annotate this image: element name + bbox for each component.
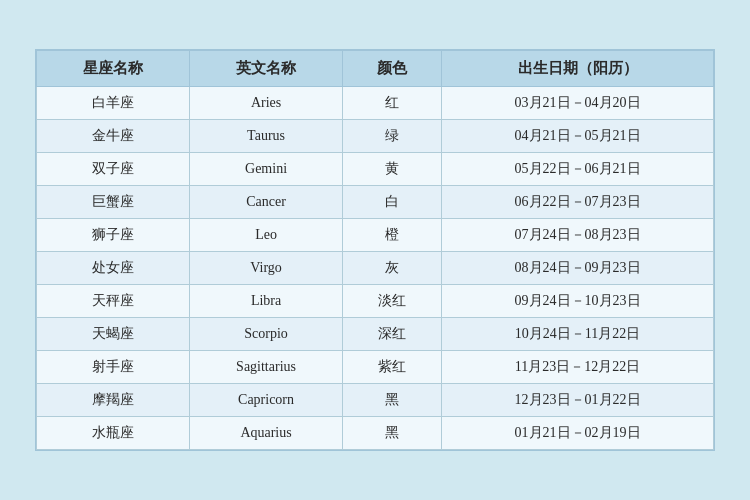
- cell-english-name: Aquarius: [190, 417, 343, 450]
- table-row: 金牛座Taurus绿04月21日－05月21日: [37, 120, 714, 153]
- cell-english-name: Libra: [190, 285, 343, 318]
- cell-chinese-name: 白羊座: [37, 87, 190, 120]
- cell-english-name: Taurus: [190, 120, 343, 153]
- table-row: 巨蟹座Cancer白06月22日－07月23日: [37, 186, 714, 219]
- cell-chinese-name: 天秤座: [37, 285, 190, 318]
- cell-chinese-name: 双子座: [37, 153, 190, 186]
- table-row: 天秤座Libra淡红09月24日－10月23日: [37, 285, 714, 318]
- cell-color: 橙: [343, 219, 442, 252]
- cell-dates: 09月24日－10月23日: [442, 285, 714, 318]
- cell-chinese-name: 金牛座: [37, 120, 190, 153]
- table-row: 狮子座Leo橙07月24日－08月23日: [37, 219, 714, 252]
- cell-english-name: Aries: [190, 87, 343, 120]
- cell-dates: 11月23日－12月22日: [442, 351, 714, 384]
- cell-dates: 08月24日－09月23日: [442, 252, 714, 285]
- cell-chinese-name: 巨蟹座: [37, 186, 190, 219]
- cell-english-name: Gemini: [190, 153, 343, 186]
- cell-dates: 04月21日－05月21日: [442, 120, 714, 153]
- zodiac-table-container: 星座名称 英文名称 颜色 出生日期（阳历） 白羊座Aries红03月21日－04…: [35, 49, 715, 451]
- cell-dates: 06月22日－07月23日: [442, 186, 714, 219]
- table-row: 天蝎座Scorpio深红10月24日－11月22日: [37, 318, 714, 351]
- table-row: 白羊座Aries红03月21日－04月20日: [37, 87, 714, 120]
- cell-color: 黄: [343, 153, 442, 186]
- col-header-chinese: 星座名称: [37, 51, 190, 87]
- cell-english-name: Capricorn: [190, 384, 343, 417]
- cell-dates: 01月21日－02月19日: [442, 417, 714, 450]
- cell-dates: 12月23日－01月22日: [442, 384, 714, 417]
- cell-chinese-name: 狮子座: [37, 219, 190, 252]
- cell-chinese-name: 处女座: [37, 252, 190, 285]
- cell-chinese-name: 射手座: [37, 351, 190, 384]
- col-header-english: 英文名称: [190, 51, 343, 87]
- col-header-dates: 出生日期（阳历）: [442, 51, 714, 87]
- cell-color: 红: [343, 87, 442, 120]
- cell-color: 绿: [343, 120, 442, 153]
- table-row: 处女座Virgo灰08月24日－09月23日: [37, 252, 714, 285]
- table-body: 白羊座Aries红03月21日－04月20日金牛座Taurus绿04月21日－0…: [37, 87, 714, 450]
- table-header-row: 星座名称 英文名称 颜色 出生日期（阳历）: [37, 51, 714, 87]
- cell-chinese-name: 天蝎座: [37, 318, 190, 351]
- cell-color: 白: [343, 186, 442, 219]
- cell-english-name: Sagittarius: [190, 351, 343, 384]
- cell-color: 淡红: [343, 285, 442, 318]
- table-row: 水瓶座Aquarius黑01月21日－02月19日: [37, 417, 714, 450]
- cell-english-name: Leo: [190, 219, 343, 252]
- cell-dates: 03月21日－04月20日: [442, 87, 714, 120]
- cell-english-name: Virgo: [190, 252, 343, 285]
- table-row: 射手座Sagittarius紫红11月23日－12月22日: [37, 351, 714, 384]
- table-row: 摩羯座Capricorn黑12月23日－01月22日: [37, 384, 714, 417]
- cell-dates: 07月24日－08月23日: [442, 219, 714, 252]
- cell-chinese-name: 水瓶座: [37, 417, 190, 450]
- cell-chinese-name: 摩羯座: [37, 384, 190, 417]
- cell-color: 黑: [343, 384, 442, 417]
- cell-english-name: Scorpio: [190, 318, 343, 351]
- col-header-color: 颜色: [343, 51, 442, 87]
- table-row: 双子座Gemini黄05月22日－06月21日: [37, 153, 714, 186]
- zodiac-table: 星座名称 英文名称 颜色 出生日期（阳历） 白羊座Aries红03月21日－04…: [36, 50, 714, 450]
- cell-english-name: Cancer: [190, 186, 343, 219]
- cell-color: 紫红: [343, 351, 442, 384]
- cell-color: 灰: [343, 252, 442, 285]
- cell-dates: 10月24日－11月22日: [442, 318, 714, 351]
- cell-color: 深红: [343, 318, 442, 351]
- cell-dates: 05月22日－06月21日: [442, 153, 714, 186]
- cell-color: 黑: [343, 417, 442, 450]
